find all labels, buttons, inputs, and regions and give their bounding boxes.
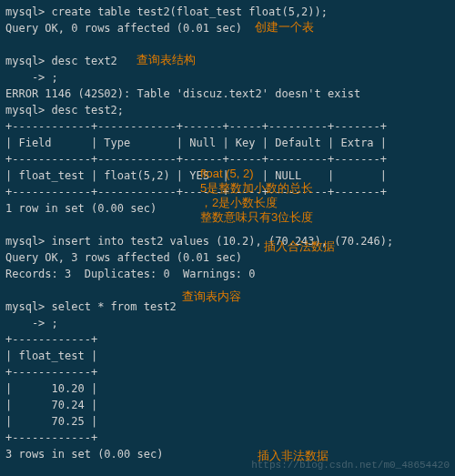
terminal-output: mysql> create table test2(float_test flo… — [5, 4, 450, 476]
watermark: https://blog.csdn.net/m0_48654420 — [251, 458, 450, 473]
prompt-line: mysql> create table test2(float_test flo… — [5, 5, 328, 18]
